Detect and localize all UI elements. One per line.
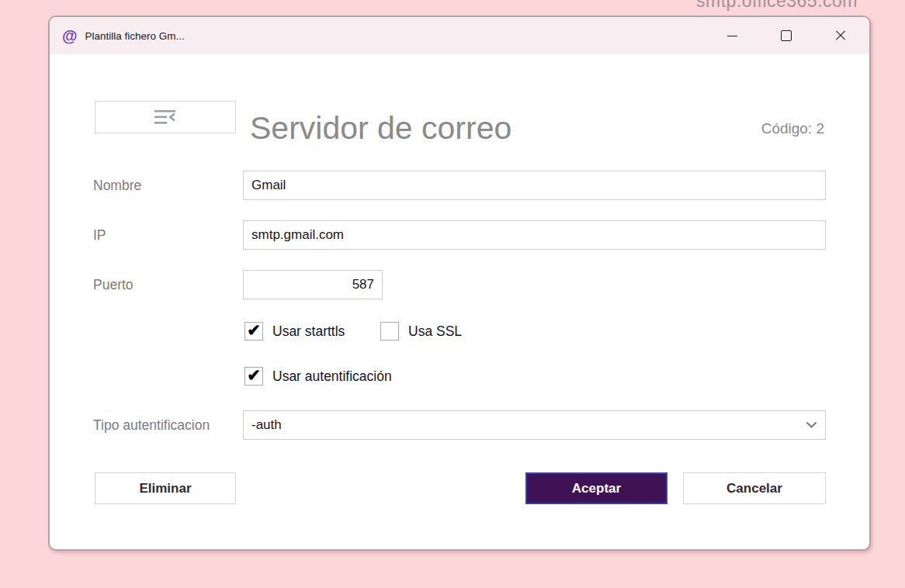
aceptar-button[interactable]: Aceptar <box>525 472 667 504</box>
close-button[interactable] <box>833 28 848 43</box>
nombre-label: Nombre <box>93 177 141 194</box>
at-icon: @ <box>62 28 78 43</box>
code-label: Código: 2 <box>761 120 824 137</box>
ip-input[interactable] <box>243 220 826 250</box>
minimize-button[interactable] <box>724 28 740 43</box>
usar-starttls-label: Usar starttls <box>272 323 345 340</box>
eliminar-button[interactable]: Eliminar <box>95 472 236 504</box>
puerto-label: Puerto <box>93 276 133 293</box>
usar-starttls-checkbox[interactable]: ✔ <box>244 322 263 341</box>
mail-server-dialog: @ Plantilla fichero Gm... Servidor de co… <box>48 16 871 551</box>
cancelar-button[interactable]: Cancelar <box>683 472 826 504</box>
checkmark-icon: ✔ <box>247 322 261 338</box>
page-title: Servidor de correo <box>250 110 511 147</box>
window-title: Plantilla fichero Gm... <box>85 30 185 42</box>
tipo-autentificacion-label: Tipo autentificacion <box>93 417 210 434</box>
titlebar[interactable]: @ Plantilla fichero Gm... <box>50 17 869 54</box>
window-controls <box>724 17 848 54</box>
puerto-input[interactable] <box>243 270 383 299</box>
usa-ssl-checkbox[interactable] <box>380 322 399 341</box>
collapse-menu-icon <box>154 108 177 126</box>
checkmark-icon: ✔ <box>247 367 261 383</box>
background-text-smtp-office365: smtp.office365.com <box>696 0 858 12</box>
minimize-icon <box>727 36 737 36</box>
maximize-button[interactable] <box>778 28 794 43</box>
close-icon <box>835 30 846 41</box>
nombre-input[interactable] <box>243 171 826 200</box>
usar-autentificacion-label: Usar autentificación <box>272 368 392 385</box>
maximize-icon <box>781 30 792 41</box>
usa-ssl-label: Usa SSL <box>408 323 462 340</box>
auth-type-select[interactable]: -auth <box>243 410 826 440</box>
usar-autentificacion-checkbox[interactable]: ✔ <box>244 367 263 386</box>
auth-type-value: -auth <box>251 417 282 433</box>
ip-label: IP <box>93 227 106 244</box>
collapse-menu-button[interactable] <box>95 101 236 133</box>
chevron-down-icon <box>806 421 817 429</box>
